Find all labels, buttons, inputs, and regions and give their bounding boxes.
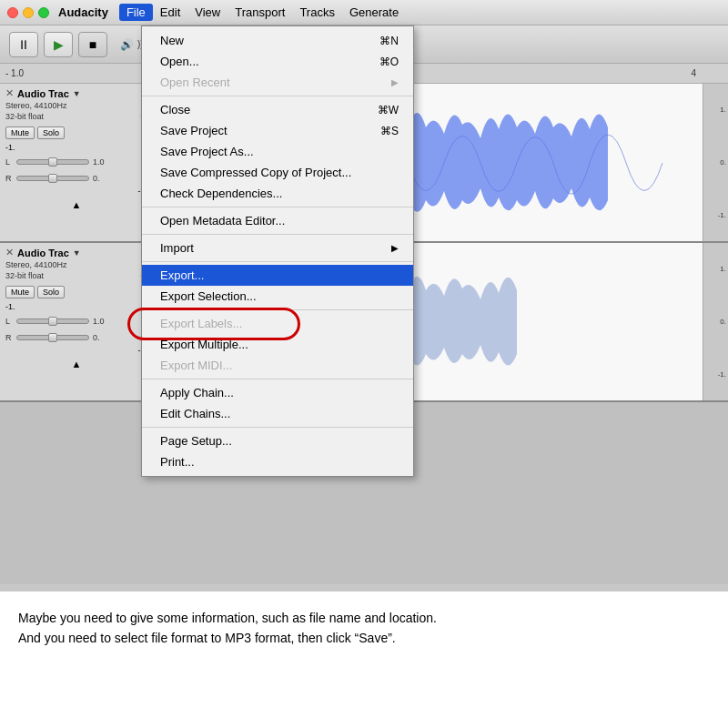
menu-save-project[interactable]: Save Project ⌘S (142, 120, 413, 141)
fader2-l-thumb[interactable] (48, 317, 57, 326)
menu-export-multiple[interactable]: Export Multiple... (142, 334, 413, 355)
minimize-button[interactable] (23, 7, 34, 18)
menu-open-recent-label: Open Recent (160, 76, 230, 89)
db-ruler-2: 1. 0. -1. (703, 243, 728, 400)
track-1-mute[interactable]: Mute (5, 126, 35, 139)
menu-save-project-label: Save Project (160, 124, 228, 137)
fader2-r-val: 0. (93, 333, 100, 342)
menu-file[interactable]: File (119, 4, 153, 21)
stop-button[interactable]: ■ (78, 32, 107, 57)
fader-l-val: 1.0 (93, 157, 105, 167)
menu-close-label: Close (160, 103, 190, 116)
menu-export[interactable]: Export... (142, 265, 413, 286)
db-2-top: 1. (720, 265, 726, 273)
track-2-triangle: ▲ (5, 359, 147, 369)
menu-edit[interactable]: Edit (153, 4, 187, 21)
menu-apply-chain[interactable]: Apply Chain... (142, 382, 413, 403)
track-2-meta2: 32-bit float (5, 271, 44, 280)
track-2-header: ✕ Audio Trac ▼ 1. (5, 247, 147, 258)
menu-save-compressed-label: Save Compressed Copy of Project... (160, 166, 351, 179)
track-2-fader-l: L 1.0 (5, 317, 147, 326)
menu-metadata[interactable]: Open Metadata Editor... (142, 210, 413, 231)
menu-save-project-as-label: Save Project As... (160, 145, 254, 158)
track-2-solo[interactable]: Solo (37, 286, 65, 298)
fader2-l-track[interactable] (16, 318, 89, 324)
menu-print[interactable]: Print... (142, 451, 413, 472)
pause-button[interactable]: ⏸ (9, 32, 38, 57)
fader-r-track[interactable] (16, 176, 89, 181)
db-2-mid: 0. (720, 318, 726, 326)
fader2-r-thumb[interactable] (48, 333, 57, 342)
menu-export-selection[interactable]: Export Selection... (142, 286, 413, 307)
maximize-button[interactable] (38, 7, 49, 18)
menu-export-midi: Export MIDI... (142, 355, 413, 376)
track-1-meta1: Stereo, 44100Hz (5, 101, 147, 110)
track-label-ruler: - 1.0 (0, 64, 153, 83)
menu-export-label: Export... (160, 268, 204, 282)
menu-close[interactable]: Close ⌘W (142, 99, 413, 120)
menu-save-project-as[interactable]: Save Project As... (142, 141, 413, 162)
menu-edit-chains-label: Edit Chains... (160, 407, 230, 420)
menu-bar: Audacity File Edit View Transport Tracks… (0, 0, 728, 25)
track-1-solo[interactable]: Solo (37, 126, 65, 139)
separator-7 (142, 427, 413, 428)
track-2-fader-r: R 0. (5, 333, 147, 342)
track-1-header: ✕ Audio Trac ▼ 1. (5, 87, 147, 99)
menu-new-label: New (160, 34, 184, 47)
menu-generate[interactable]: Generate (342, 4, 406, 21)
menu-import-label: Import (160, 241, 194, 255)
menu-save-compressed[interactable]: Save Compressed Copy of Project... (142, 162, 413, 183)
track-1-controls: Mute Solo (5, 126, 147, 139)
track-2-panel: ✕ Audio Trac ▼ 1. Stereo, 44100Hz 32-bit… (0, 243, 153, 402)
menu-export-multiple-label: Export Multiple... (160, 338, 248, 351)
menu-open-label: Open... (160, 55, 199, 68)
fader2-r-track[interactable] (16, 335, 89, 340)
separator-6 (142, 379, 413, 379)
track-1-name: Audio Trac (17, 88, 69, 99)
play-button[interactable]: ▶ (44, 32, 73, 57)
menu-export-midi-label: Export MIDI... (160, 359, 232, 372)
track-1-close[interactable]: ✕ (5, 87, 14, 99)
menu-check-deps[interactable]: Check Dependencies... (142, 183, 413, 204)
track-1-fader-r: R 0. (5, 174, 147, 183)
separator-5 (142, 309, 413, 310)
speaker-icon: 🔊 (120, 38, 134, 51)
track-2-dropdown[interactable]: ▼ (73, 248, 81, 258)
menu-edit-chains[interactable]: Edit Chains... (142, 403, 413, 424)
fader-l-track[interactable] (16, 159, 89, 165)
track-2-bottom-val: -1. (5, 346, 147, 355)
menu-open-recent[interactable]: Open Recent ▶ (142, 72, 413, 93)
track-1-faders: L 1.0 R 0. (5, 157, 147, 183)
file-menu: New ⌘N Open... ⌘O Open Recent ▶ Close ⌘W… (141, 25, 414, 477)
close-button[interactable] (7, 7, 18, 18)
fader-l-thumb[interactable] (48, 157, 57, 167)
instructions-text: Maybe you need to give some information,… (0, 592, 728, 665)
track-1-meta2: 32-bit float (5, 112, 44, 121)
menu-page-setup[interactable]: Page Setup... (142, 430, 413, 451)
menu-check-deps-label: Check Dependencies... (160, 187, 282, 200)
db-1-mid: 0. (720, 158, 726, 167)
menu-export-labels-label: Export Labels... (160, 317, 242, 330)
separator-4 (142, 261, 413, 262)
menu-open[interactable]: Open... ⌘O (142, 51, 413, 72)
minus-one-label: - 1.0 (5, 68, 24, 78)
menu-page-setup-label: Page Setup... (160, 434, 232, 448)
track-1-dropdown[interactable]: ▼ (73, 89, 81, 98)
track-2-close[interactable]: ✕ (5, 247, 14, 258)
track-2-faders: L 1.0 R 0. (5, 317, 147, 342)
menu-new[interactable]: New ⌘N (142, 30, 413, 51)
track-2-val3: -1. (5, 302, 147, 311)
menu-tracks[interactable]: Tracks (292, 4, 342, 21)
track-2-name: Audio Trac (17, 248, 69, 258)
db-ruler-1: 1. 0. -1. (703, 84, 728, 241)
open-recent-arrow: ▶ (391, 77, 399, 87)
fader-r-thumb[interactable] (48, 174, 57, 183)
menu-close-shortcut: ⌘W (378, 104, 399, 116)
separator-3 (142, 234, 413, 235)
menu-transport[interactable]: Transport (228, 4, 292, 21)
instruction-line-1: Maybe you need to give some information,… (18, 608, 710, 628)
menu-view[interactable]: View (187, 4, 228, 21)
menu-export-selection-label: Export Selection... (160, 289, 257, 303)
menu-import[interactable]: Import ▶ (142, 238, 413, 258)
track-2-mute[interactable]: Mute (5, 286, 35, 298)
